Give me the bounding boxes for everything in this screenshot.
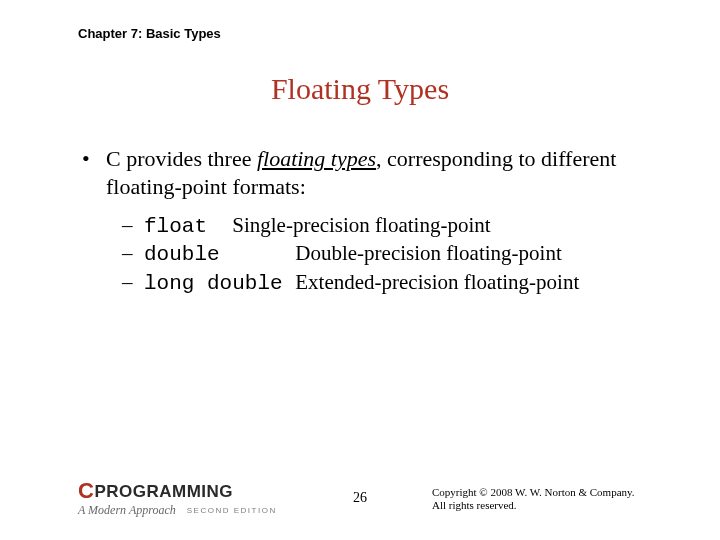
bullet-emphasis: floating types	[257, 146, 376, 171]
type-description: Extended-precision floating-point	[295, 270, 579, 294]
slide-title: Floating Types	[0, 72, 720, 106]
bullet-list: C provides three floating types, corresp…	[80, 145, 660, 297]
slide: Chapter 7: Basic Types Floating Types C …	[0, 0, 720, 540]
slide-content: C provides three floating types, corresp…	[80, 145, 660, 297]
type-keyword: float	[144, 214, 207, 240]
type-item-float: float Single-precision floating-point	[122, 212, 660, 240]
type-keyword: double	[144, 242, 220, 268]
brand-edition: SECOND EDITION	[187, 506, 277, 515]
chapter-header: Chapter 7: Basic Types	[78, 26, 221, 41]
copyright-block: Copyright © 2008 W. W. Norton & Company.…	[432, 486, 692, 512]
type-description: Single-precision floating-point	[232, 213, 490, 237]
type-keyword: long double	[144, 271, 283, 297]
bullet-item: C provides three floating types, corresp…	[80, 145, 660, 297]
type-description: Double-precision floating-point	[295, 241, 562, 265]
bullet-text-pre: C provides three	[106, 146, 257, 171]
copyright-line-1: Copyright © 2008 W. W. Norton & Company.	[432, 486, 692, 499]
type-item-long-double: long double Extended-precision floating-…	[122, 269, 660, 297]
type-pad	[283, 271, 296, 297]
type-pad	[207, 214, 232, 240]
type-item-double: double Double-precision floating-point	[122, 240, 660, 268]
type-pad	[220, 242, 296, 268]
copyright-line-2: All rights reserved.	[432, 499, 692, 512]
sub-list: float Single-precision floating-point do…	[106, 212, 660, 297]
